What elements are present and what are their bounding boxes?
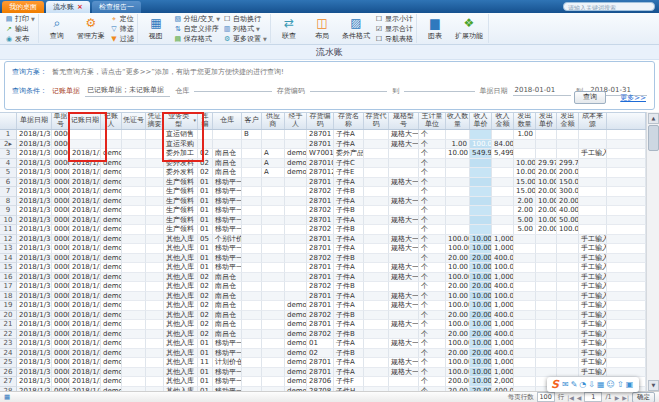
table-cell[interactable]: 子件F — [334, 377, 364, 387]
table-cell[interactable] — [470, 187, 492, 197]
table-cell[interactable]: 20.000000 — [470, 254, 492, 264]
table-cell[interactable]: 10.000000 — [536, 197, 557, 207]
toggle-unchecked[interactable]: ☐导航表格 — [375, 34, 413, 43]
table-cell[interactable]: 2018/1/31 — [70, 206, 101, 216]
table-cell[interactable] — [146, 282, 164, 292]
table-cell[interactable]: 其他入库 — [164, 330, 198, 340]
table-cell[interactable]: 个 — [419, 159, 446, 169]
table-cell[interactable]: 100.00 — [446, 235, 470, 245]
table-cell[interactable]: 2018/1/31 — [17, 225, 52, 235]
table-cell[interactable] — [122, 216, 146, 226]
table-cell[interactable]: 2018/1/31 — [17, 349, 52, 359]
table-cell[interactable]: 2018/1/31 — [70, 254, 101, 264]
table-cell[interactable]: 移动平一 — [213, 244, 242, 254]
table-cell[interactable]: 10.000000 — [470, 273, 492, 283]
table-cell[interactable]: W7001 — [307, 149, 334, 159]
table-cell[interactable] — [557, 130, 579, 140]
table-cell[interactable]: 20.00 — [446, 349, 470, 359]
table-cell[interactable] — [557, 349, 579, 359]
table-cell[interactable]: 02 — [198, 273, 213, 283]
table-cell[interactable] — [262, 225, 285, 235]
column-header[interactable]: 规格型号 — [389, 113, 419, 129]
table-cell[interactable] — [122, 254, 146, 264]
table-cell[interactable]: 手工输入 — [579, 301, 607, 311]
row-header[interactable]: 14 — [0, 254, 17, 264]
column-header[interactable]: 记账日期 — [70, 113, 101, 129]
table-cell[interactable] — [470, 216, 492, 226]
table-cell[interactable] — [514, 273, 536, 283]
table-cell[interactable] — [579, 187, 607, 197]
table-cell[interactable] — [514, 358, 536, 368]
table-cell[interactable]: 100.00 — [446, 301, 470, 311]
grid-icon[interactable]: ▦ — [597, 380, 605, 389]
table-cell[interactable]: 子件A — [334, 301, 364, 311]
table-cell[interactable] — [514, 292, 536, 302]
table-cell[interactable] — [557, 244, 579, 254]
table-cell[interactable] — [146, 187, 164, 197]
scroll-down-arrow-icon[interactable]: ▼ — [648, 380, 659, 391]
table-cell[interactable]: 子件B — [334, 282, 364, 292]
table-cell[interactable]: 手工输入 — [579, 349, 607, 359]
table-cell[interactable] — [557, 339, 579, 349]
table-cell[interactable]: 生产领料 — [164, 197, 198, 207]
table-cell[interactable]: 01 — [198, 339, 213, 349]
table-cell[interactable]: 2018/1/31 — [17, 216, 52, 226]
table-cell[interactable]: 287012 — [307, 168, 334, 178]
table-cell[interactable]: 2018/1/31 — [70, 320, 101, 330]
table-cell[interactable]: demo — [101, 349, 122, 359]
table-cell[interactable] — [146, 292, 164, 302]
table-cell[interactable] — [579, 206, 607, 216]
table-cell[interactable]: 100.00 — [557, 225, 579, 235]
column-header[interactable]: 单据号 — [52, 113, 70, 129]
table-cell[interactable]: 个 — [419, 187, 446, 197]
table-cell[interactable]: 2018/1/31 — [70, 244, 101, 254]
table-cell[interactable]: 南昌仓 — [213, 301, 242, 311]
table-cell[interactable]: 其他入库 — [164, 235, 198, 245]
table-cell[interactable] — [536, 140, 557, 150]
scrollbar-thumb[interactable] — [648, 125, 659, 151]
table-cell[interactable]: 2018/1/31 — [17, 368, 52, 378]
table-cell[interactable] — [364, 349, 389, 359]
table-cell[interactable] — [262, 377, 285, 387]
table-cell[interactable] — [262, 254, 285, 264]
table-cell[interactable]: 100.00 — [492, 263, 514, 273]
table-cell[interactable]: 2018/1/31 — [70, 149, 101, 159]
table-cell[interactable]: 手工输入 — [579, 330, 607, 340]
table-cell[interactable] — [122, 225, 146, 235]
table-cell[interactable]: A — [262, 159, 285, 169]
table-cell[interactable]: demo — [285, 349, 307, 359]
table-cell[interactable]: 移动平一 — [213, 254, 242, 264]
row-header[interactable]: 13 — [0, 244, 17, 254]
table-cell[interactable] — [122, 320, 146, 330]
table-cell[interactable] — [146, 273, 164, 283]
column-header[interactable]: 仓库 — [213, 113, 242, 129]
table-cell[interactable]: demo — [285, 330, 307, 340]
table-cell[interactable]: 委外发料 — [164, 159, 198, 169]
table-cell[interactable] — [242, 149, 262, 159]
more-link[interactable]: 更多>> — [620, 93, 646, 103]
table-cell[interactable] — [364, 301, 389, 311]
table-cell[interactable] — [446, 225, 470, 235]
table-cell[interactable]: 个 — [419, 178, 446, 188]
table-cell[interactable] — [262, 273, 285, 283]
table-cell[interactable] — [557, 140, 579, 150]
table-cell[interactable]: 手工输入 — [579, 358, 607, 368]
table-cell[interactable]: 2018/1/31 — [17, 282, 52, 292]
table-cell[interactable]: 移动平一 — [213, 216, 242, 226]
table-cell[interactable]: demo — [101, 320, 122, 330]
table-cell[interactable]: 2.00 — [514, 197, 536, 207]
table-cell[interactable]: 29.970000 — [536, 159, 557, 169]
table-cell[interactable]: 01 — [198, 244, 213, 254]
table-cell[interactable] — [242, 244, 262, 254]
table-row[interactable]: 222018/1/310000000—2018/1/31demo其他入库02南昌… — [0, 330, 646, 340]
filter-button[interactable]: ▼过滤 — [110, 34, 134, 43]
table-cell[interactable]: 28702 — [307, 206, 334, 216]
table-cell[interactable] — [364, 130, 389, 140]
table-cell[interactable] — [122, 339, 146, 349]
table-cell[interactable]: 其他入库 — [164, 292, 198, 302]
table-cell[interactable]: 移动平一 — [213, 187, 242, 197]
circle-icon[interactable]: ◔ — [579, 380, 586, 389]
table-cell[interactable]: 1.00 — [446, 140, 470, 150]
table-cell[interactable]: 委外产品 — [334, 149, 364, 159]
table-cell[interactable]: 02 — [198, 311, 213, 321]
